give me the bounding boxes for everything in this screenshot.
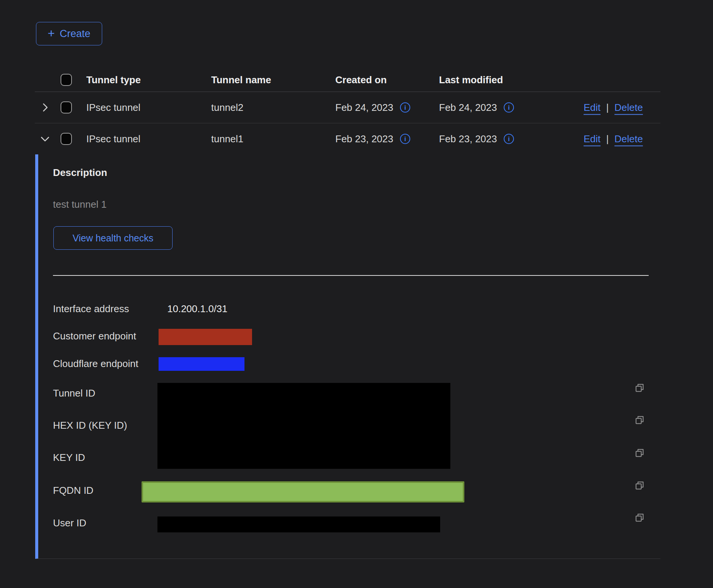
created-on-value: Feb 23, 2023 [335,133,393,145]
copy-icon-key-id[interactable] [634,447,645,459]
column-header-tunnel-name: Tunnel name [211,74,271,86]
table-header: Tunnel type Tunnel name Created on Last … [0,68,713,92]
description-value: test tunnel 1 [53,199,107,210]
key-id-label: KEY ID [53,452,85,464]
interface-address-value: 10.200.1.0/31 [167,303,227,315]
create-button[interactable]: + Create [36,22,102,45]
last-modified-cell: Feb 24, 2023 i [439,102,514,114]
tunnel-name-cell: tunnel2 [211,102,243,114]
select-all-checkbox[interactable] [61,74,72,86]
row-actions: Edit | Delete [584,102,643,114]
table-row-tunnel1: IPsec tunnel tunnel1 Feb 23, 2023 i Feb … [0,123,713,154]
cloudflare-endpoint-label: Cloudflare endpoint [53,358,139,370]
user-id-redacted-value [157,516,440,532]
tunnel-type-cell: IPsec tunnel [86,102,140,114]
tunnel-name-cell: tunnel1 [211,133,243,145]
copy-icon-tunnel-id[interactable] [634,382,645,394]
view-health-checks-button[interactable]: View health checks [53,226,173,250]
info-icon[interactable]: i [400,134,410,144]
ids-redacted-value [157,383,450,469]
row-checkbox[interactable] [61,101,72,114]
row-checkbox[interactable] [61,133,72,145]
column-header-tunnel-type: Tunnel type [86,74,141,86]
actions-separator: | [606,133,609,145]
copy-icon-hex-id[interactable] [634,414,645,426]
cloudflare-endpoint-redacted-value [159,357,244,371]
created-on-cell: Feb 23, 2023 i [335,133,410,145]
actions-separator: | [606,102,609,114]
section-divider [53,275,649,276]
info-icon[interactable]: i [400,103,410,113]
delete-link[interactable]: Delete [615,102,643,114]
info-icon[interactable]: i [504,103,514,113]
created-on-cell: Feb 24, 2023 i [335,102,410,114]
tunnel-type-cell: IPsec tunnel [86,133,140,145]
user-id-label: User ID [53,517,86,529]
column-header-last-modified: Last modified [439,74,503,86]
customer-endpoint-redacted-value [159,329,252,345]
create-button-label: Create [60,28,90,40]
copy-icon-fqdn-id[interactable] [634,480,645,491]
table-row-tunnel2: IPsec tunnel tunnel2 Feb 24, 2023 i Feb … [0,92,713,123]
last-modified-cell: Feb 23, 2023 i [439,133,514,145]
last-modified-value: Feb 24, 2023 [439,102,497,114]
chevron-right-icon[interactable] [39,101,51,114]
fqdn-id-redacted-value [142,481,464,502]
chevron-down-icon[interactable] [39,133,51,145]
column-header-created-on: Created on [335,74,387,86]
description-label: Description [53,167,107,179]
plus-icon: + [48,27,55,39]
tunnel-id-label: Tunnel ID [53,387,95,399]
fqdn-id-label: FQDN ID [53,485,93,496]
tunnels-page: + Create Tunnel type Tunnel name Created… [0,0,713,588]
tunnel1-expanded-panel: Description test tunnel 1 View health ch… [35,154,660,559]
edit-link[interactable]: Edit [584,133,601,145]
delete-link[interactable]: Delete [615,133,643,145]
hex-id-label: HEX ID (KEY ID) [53,420,127,431]
created-on-value: Feb 24, 2023 [335,102,393,114]
row-actions: Edit | Delete [584,133,643,145]
customer-endpoint-label: Customer endpoint [53,330,136,342]
copy-icon-user-id[interactable] [634,512,645,523]
info-icon[interactable]: i [504,134,514,144]
edit-link[interactable]: Edit [584,102,601,114]
last-modified-value: Feb 23, 2023 [439,133,497,145]
interface-address-label: Interface address [53,303,129,315]
